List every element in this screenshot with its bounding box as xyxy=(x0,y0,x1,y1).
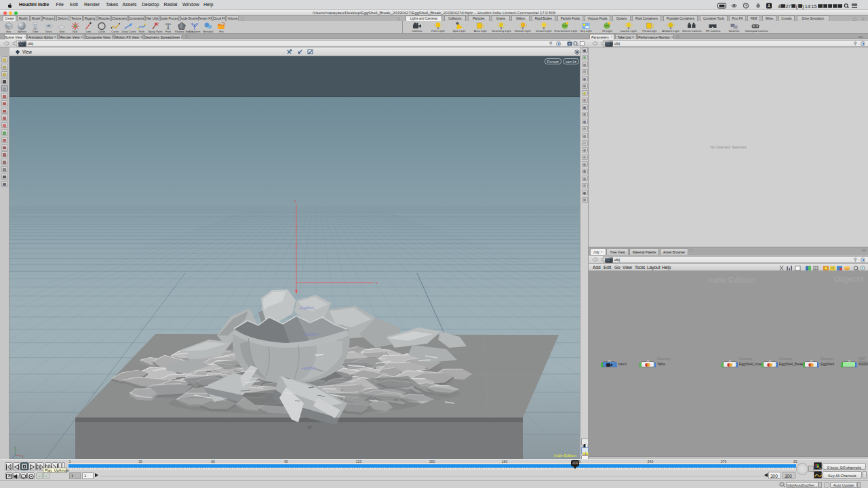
svg-text:S: S xyxy=(307,426,312,429)
svg-text:▸EggShell_: ▸EggShell_ xyxy=(302,367,317,370)
svg-text:y: y xyxy=(294,199,296,203)
svg-text:A: A xyxy=(768,3,771,8)
svg-text:▸EggShell_: ▸EggShell_ xyxy=(300,306,315,310)
svg-text:Indie Edition: Indie Edition xyxy=(554,453,576,458)
svg-text:▸EggShell_: ▸EggShell_ xyxy=(304,333,320,336)
svg-text:x: x xyxy=(376,281,378,285)
